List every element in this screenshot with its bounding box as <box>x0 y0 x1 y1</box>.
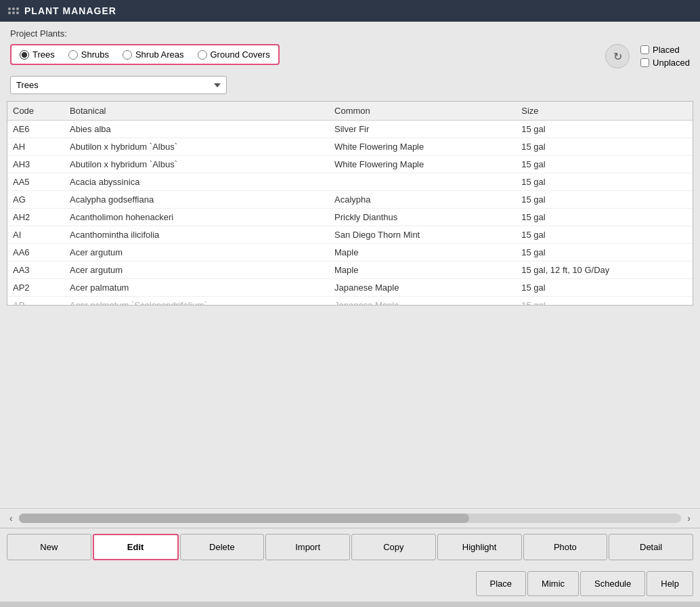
table-row[interactable]: AIAcanthomintha ilicifoliaSan Diego Thor… <box>7 226 693 244</box>
radio-shrub-areas[interactable]: Shrub Areas <box>123 49 184 60</box>
cell-botanical: Abies alba <box>64 121 329 138</box>
plant-table-container: Code Botanical Common Size AE6Abies alba… <box>7 101 693 306</box>
place-button[interactable]: Place <box>476 571 527 596</box>
table-row[interactable]: AH2Acantholimon hohenackeriPrickly Diant… <box>7 209 693 226</box>
cell-code: AH <box>7 138 64 156</box>
table-row[interactable]: AP2Acer palmatumJapanese Maple15 gal <box>7 279 693 297</box>
placed-label: Placed <box>653 45 680 55</box>
cell-common: Acalypha <box>329 191 516 209</box>
cell-code: AI <box>7 226 64 244</box>
table-row[interactable]: AA3Acer argutumMaple15 gal, 12 ft, 10 G/… <box>7 261 693 279</box>
import-button[interactable]: Import <box>265 534 350 560</box>
main-container: Project Plants: Trees Shrubs Shrub Areas <box>0 22 700 602</box>
checkbox-group: Placed Unplaced <box>640 45 690 68</box>
delete-button[interactable]: Delete <box>180 534 265 560</box>
cell-size: 15 gal <box>516 244 693 261</box>
table-header-row: Code Botanical Common Size <box>7 102 693 121</box>
cell-common: Maple <box>329 261 516 279</box>
spacer-panel <box>0 306 700 509</box>
placed-checkbox[interactable]: Placed <box>640 45 690 55</box>
plant-type-dropdown[interactable]: Trees <box>10 76 227 94</box>
cell-code: AE6 <box>7 121 64 138</box>
edit-button[interactable]: Edit <box>93 534 179 560</box>
cell-common: White Flowering Maple <box>329 156 516 173</box>
cell-common: Prickly Dianthus <box>329 209 516 226</box>
cell-code: AG <box>7 191 64 209</box>
cell-common: Silver Fir <box>329 121 516 138</box>
cell-size: 15 gal <box>516 173 693 191</box>
cell-botanical: Acantholimon hohenackeri <box>64 209 329 226</box>
cell-botanical: Acer argutum <box>64 261 329 279</box>
drag-icon <box>8 7 19 14</box>
scrollbar-area: ‹ › <box>0 508 700 528</box>
radio-trees-label: Trees <box>32 49 55 60</box>
cell-botanical: Acer argutum <box>64 244 329 261</box>
table-row[interactable]: AA5Acacia abyssinica15 gal <box>7 173 693 191</box>
cell-size: 15 gal <box>516 297 693 306</box>
unplaced-label: Unplaced <box>653 58 690 68</box>
app-title: PLANT MANAGER <box>24 5 116 16</box>
plant-table: Code Botanical Common Size AE6Abies alba… <box>7 102 693 306</box>
cell-common <box>329 173 516 191</box>
cell-common: Maple <box>329 244 516 261</box>
col-botanical: Botanical <box>64 102 329 121</box>
copy-button[interactable]: Copy <box>351 534 436 560</box>
title-bar: PLANT MANAGER <box>0 0 700 22</box>
radio-shrubs-label: Shrubs <box>81 49 109 60</box>
table-row[interactable]: AE6Abies albaSilver Fir15 gal <box>7 121 693 138</box>
unplaced-checkbox[interactable]: Unplaced <box>640 58 690 68</box>
highlight-button[interactable]: Highlight <box>437 534 522 560</box>
scroll-track[interactable] <box>19 514 682 523</box>
schedule-button[interactable]: Schedule <box>580 571 645 596</box>
new-button[interactable]: New <box>7 534 91 560</box>
table-row[interactable]: AHAbutilon x hybridum `Albus`White Flowe… <box>7 138 693 156</box>
radio-ground-covers[interactable]: Ground Covers <box>198 49 270 60</box>
cell-code: AA6 <box>7 244 64 261</box>
table-row[interactable]: APAcer palmatum `Scolopendrifolium`Japan… <box>7 297 693 306</box>
cell-code: AA3 <box>7 261 64 279</box>
cell-botanical: Abutilon x hybridum `Albus` <box>64 156 329 173</box>
col-size: Size <box>516 102 693 121</box>
col-common: Common <box>329 102 516 121</box>
mimic-button[interactable]: Mimic <box>527 571 579 596</box>
cell-size: 15 gal <box>516 226 693 244</box>
radio-group: Trees Shrubs Shrub Areas Ground Covers <box>10 44 280 65</box>
cell-size: 15 gal <box>516 156 693 173</box>
table-row[interactable]: AH3Abutilon x hybridum `Albus`White Flow… <box>7 156 693 173</box>
cell-code: AA5 <box>7 173 64 191</box>
table-row[interactable]: AA6Acer argutumMaple15 gal <box>7 244 693 261</box>
radio-ground-covers-label: Ground Covers <box>211 49 270 60</box>
scroll-thumb[interactable] <box>19 514 469 523</box>
bottom-buttons: NewEditDeleteImportCopyHighlightPhotoDet… <box>0 528 700 566</box>
action-buttons: PlaceMimicScheduleHelp <box>0 566 700 602</box>
radio-trees[interactable]: Trees <box>20 49 55 60</box>
photo-button[interactable]: Photo <box>523 534 608 560</box>
cell-size: 15 gal <box>516 138 693 156</box>
project-plants-label: Project Plants: <box>10 28 690 39</box>
refresh-button[interactable]: ↻ <box>605 44 630 68</box>
cell-common: Japanese Maple <box>329 279 516 297</box>
cell-size: 15 gal, 12 ft, 10 G/Day <box>516 261 693 279</box>
cell-botanical: Acer palmatum `Scolopendrifolium` <box>64 297 329 306</box>
cell-common: Japanese Maple <box>329 297 516 306</box>
help-button[interactable]: Help <box>647 571 693 596</box>
cell-common: San Diego Thorn Mint <box>329 226 516 244</box>
table-row[interactable]: AGAcalypha godseffianaAcalypha15 gal <box>7 191 693 209</box>
cell-code: AH3 <box>7 156 64 173</box>
cell-code: AP <box>7 297 64 306</box>
top-panel: Project Plants: Trees Shrubs Shrub Areas <box>0 22 700 101</box>
cell-botanical: Acalypha godseffiana <box>64 191 329 209</box>
detail-button[interactable]: Detail <box>609 534 693 560</box>
cell-size: 15 gal <box>516 209 693 226</box>
cell-botanical: Acacia abyssinica <box>64 173 329 191</box>
radio-shrub-areas-label: Shrub Areas <box>135 49 184 60</box>
scroll-right-arrow[interactable]: › <box>684 513 693 524</box>
cell-common: White Flowering Maple <box>329 138 516 156</box>
cell-size: 15 gal <box>516 279 693 297</box>
cell-size: 15 gal <box>516 121 693 138</box>
radio-shrubs[interactable]: Shrubs <box>68 49 109 60</box>
cell-code: AH2 <box>7 209 64 226</box>
cell-code: AP2 <box>7 279 64 297</box>
scroll-left-arrow[interactable]: ‹ <box>7 513 16 524</box>
cell-botanical: Abutilon x hybridum `Albus` <box>64 138 329 156</box>
